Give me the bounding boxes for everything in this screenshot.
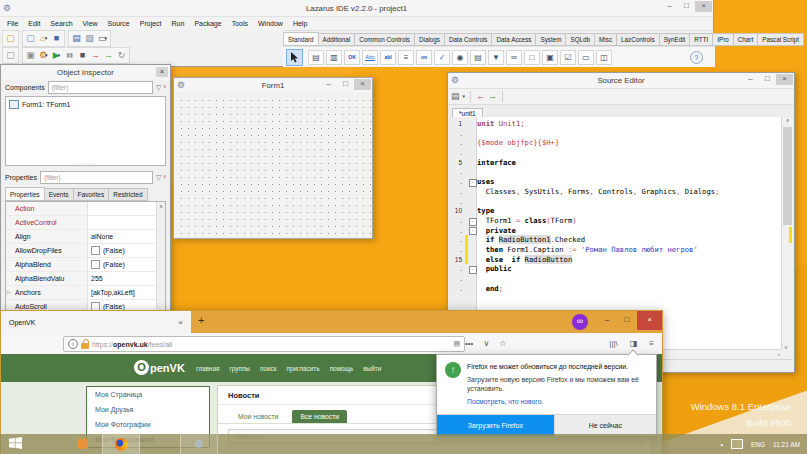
url-bar[interactable]: i https://openvk.uk/feed/all ▤ — [63, 336, 465, 352]
openvk-nav-группы[interactable]: группы — [229, 365, 250, 372]
mixed-content-lock-icon[interactable] — [81, 343, 89, 349]
whats-new-link[interactable]: Посмотреть, что нового. — [467, 397, 648, 407]
dropdown-icon[interactable]: ▾ — [45, 49, 48, 62]
sidebar-item-моя-страница[interactable]: Моя Страница — [87, 387, 209, 402]
menu-package[interactable]: Package — [189, 20, 226, 27]
news-tab-все-новости[interactable]: Все новости — [292, 410, 347, 423]
component-tgroupbox[interactable]: □ — [524, 50, 540, 65]
fold-icon[interactable]: - — [469, 266, 477, 274]
filter-funnel-icon[interactable]: ▽x — [156, 174, 166, 182]
build-mode-button[interactable]: ⚙▾ — [37, 49, 50, 62]
palette-tab-synedit[interactable]: SynEdit — [660, 33, 691, 46]
run-button[interactable]: ▶▾ — [50, 49, 63, 62]
scroll-up-icon[interactable]: ∧ — [786, 117, 790, 123]
maximize-button[interactable]: □ — [678, 1, 695, 12]
palette-tab-chart[interactable]: Chart — [734, 33, 758, 46]
palette-help-button[interactable]: ? — [690, 51, 703, 64]
palette-tab-ipro[interactable]: IPro — [713, 33, 734, 46]
component-tcheckbox[interactable]: ✓ — [434, 50, 450, 65]
component-tradiogroup[interactable]: ▣ — [542, 50, 558, 65]
menu-window[interactable]: Window — [253, 20, 288, 27]
component-tmemo[interactable]: ≡ — [398, 50, 414, 65]
taskbar-firefox-button[interactable] — [102, 434, 140, 454]
minimize-button[interactable]: – — [742, 74, 759, 85]
view-units-button[interactable]: ▭▾ — [96, 32, 109, 45]
pause-button[interactable]: ▮▮ — [63, 49, 76, 62]
menu-edit[interactable]: Edit — [23, 20, 45, 27]
close-button[interactable]: × — [637, 311, 662, 330]
jump-dropdown-icon[interactable]: ▾ — [463, 90, 466, 103]
taskbar-lazarus-button[interactable]: ⚙ — [180, 434, 218, 454]
component-tcombobox[interactable]: ▼ — [488, 50, 504, 65]
save-button[interactable]: ■ — [50, 32, 63, 45]
fold-icon[interactable]: - — [469, 227, 477, 235]
property-row-align[interactable]: AlignalNone — [6, 230, 165, 244]
palette-tab-sqldb[interactable]: SQLdb — [566, 33, 595, 46]
scroll-down-icon[interactable]: ∨ — [784, 344, 788, 350]
palette-tab-additional[interactable]: Additional — [319, 33, 356, 46]
page-info-icon[interactable]: i — [68, 339, 78, 349]
palette-tab-lazcontrols[interactable]: LazControls — [617, 33, 660, 46]
tray-expand-icon[interactable]: ▴ — [720, 441, 723, 447]
not-now-button[interactable]: Не сейчас — [554, 415, 656, 436]
component-tpanel[interactable]: ▭ — [578, 50, 594, 65]
menu-tools[interactable]: Tools — [227, 20, 253, 27]
url-text[interactable]: https://openvk.uk/feed/all — [92, 341, 172, 348]
property-row-action[interactable]: Action — [6, 202, 165, 216]
object-inspector-titlebar[interactable]: Object Inspector × — [1, 65, 170, 80]
form-designer-titlebar[interactable]: ⚙ Form1 – □ × — [174, 78, 372, 93]
palette-tab-system[interactable]: System — [536, 33, 566, 46]
component-tbutton[interactable]: OK — [344, 50, 360, 65]
components-filter-input[interactable]: (filter) — [48, 81, 153, 94]
property-row-allowdropfiles[interactable]: AllowDropFiles(False) — [6, 244, 165, 258]
palette-tab-rtti[interactable]: RTTI — [690, 33, 713, 46]
sidebar-toggle-icon[interactable]: ◨ — [630, 339, 638, 348]
navigate-back-button[interactable]: ← — [476, 90, 485, 103]
property-row-anchors[interactable]: Anchors▷[akTop,akLeft] — [6, 286, 165, 300]
new-button[interactable]: ▢ — [4, 49, 17, 62]
open-button[interactable]: ▱▾ — [37, 32, 50, 45]
scroll-right-icon[interactable]: › — [778, 351, 780, 357]
step-into-button[interactable]: → — [89, 49, 102, 62]
palette-tab-pascal-script[interactable]: Pascal Script — [758, 33, 804, 46]
download-firefox-button[interactable]: Загрузить Firefox — [437, 415, 554, 436]
openvk-nav-помощь[interactable]: помощь — [330, 365, 354, 372]
inspector-tab-favorites[interactable]: Favorites — [74, 188, 110, 201]
object-inspector-close-button[interactable]: × — [156, 67, 168, 77]
bookmark-star-icon[interactable]: ☆ — [499, 339, 506, 348]
step-out-button[interactable]: ↻ — [115, 49, 128, 62]
property-row-activecontrol[interactable]: ActiveControl — [6, 216, 165, 230]
dropdown-icon[interactable]: ▾ — [45, 32, 48, 45]
component-tcheckgroup[interactable]: ☑ — [560, 50, 576, 65]
inspector-tab-events[interactable]: Events — [45, 188, 74, 201]
tree-item-form1[interactable]: Form1: TForm1 — [9, 100, 162, 109]
openvk-nav-выйти[interactable]: выйти — [363, 365, 381, 372]
news-tab-мои-новости[interactable]: Мои новости — [230, 410, 286, 423]
property-row-alphablend[interactable]: AlphaBlend(False) — [6, 258, 165, 272]
palette-tab-data-access[interactable]: Data Access — [492, 33, 536, 46]
open-recent-button[interactable]: ▣ — [24, 49, 37, 62]
property-row-alphablendvalu[interactable]: AlphaBlendValu255 — [6, 272, 165, 286]
inspector-tab-restricted[interactable]: Restricted — [109, 188, 147, 201]
sidebar-item-мои-друзья[interactable]: Мои Друзья — [87, 402, 209, 417]
scroll-up-icon[interactable]: ∧ — [159, 203, 163, 209]
dropdown-icon[interactable]: ▾ — [105, 32, 108, 45]
maximize-button[interactable]: □ — [617, 311, 637, 330]
navigate-forward-button[interactable]: → — [488, 90, 497, 103]
new-form-button[interactable]: ▢ — [24, 32, 37, 45]
desktop-shortcut-icon[interactable] — [77, 440, 88, 449]
new-unit-button[interactable]: ▢ — [4, 32, 17, 45]
selection-tool-button[interactable] — [286, 49, 303, 66]
menu-view[interactable]: View — [78, 20, 103, 27]
jump-to-form-button[interactable]: ▤ — [451, 90, 460, 103]
page-actions-icon[interactable]: ••• — [465, 339, 473, 348]
hamburger-menu-icon[interactable]: ≡ — [649, 339, 654, 348]
palette-tab-data-controls[interactable]: Data Controls — [445, 33, 493, 46]
reader-mode-icon[interactable]: ▤ — [453, 340, 460, 348]
checkbox-icon[interactable] — [91, 246, 100, 255]
inspector-splitter[interactable]: ······· — [1, 160, 170, 169]
language-indicator[interactable]: ENG — [751, 441, 765, 448]
inspector-tab-properties[interactable]: Properties — [5, 187, 45, 201]
tab-close-icon[interactable]: × — [178, 318, 183, 327]
component-tmainmenu[interactable]: ▤ — [308, 50, 324, 65]
